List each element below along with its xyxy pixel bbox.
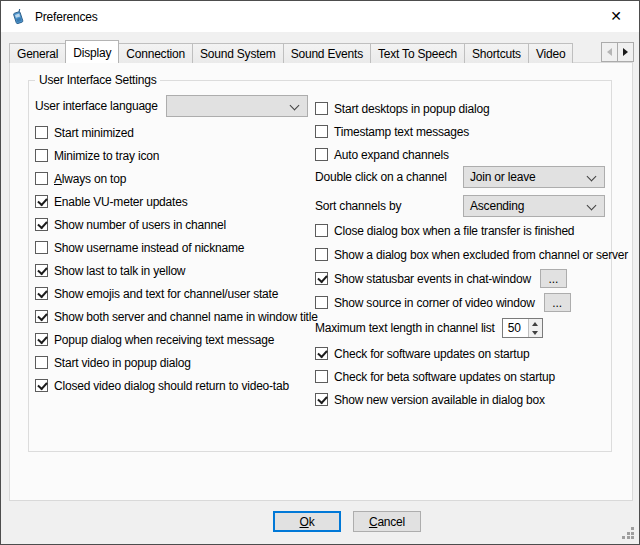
spin-down-button[interactable] xyxy=(529,328,542,337)
checkbox[interactable] xyxy=(35,195,48,208)
group-title: User Interface Settings xyxy=(35,73,160,87)
tab-connection[interactable]: Connection xyxy=(118,43,193,63)
tab-display[interactable]: Display xyxy=(65,40,119,63)
tab-text-to-speech[interactable]: Text To Speech xyxy=(370,43,465,63)
checkbox[interactable] xyxy=(35,379,48,392)
checkbox[interactable] xyxy=(315,148,328,161)
checkbox-row[interactable]: Show both server and channel name in win… xyxy=(35,310,318,323)
spin-up-button[interactable] xyxy=(529,319,542,328)
checkbox-label: Closed video dialog should return to vid… xyxy=(54,379,289,393)
cancel-button[interactable]: Cancel xyxy=(353,511,421,532)
tab-shortcuts[interactable]: Shortcuts xyxy=(464,43,529,63)
checkbox[interactable] xyxy=(315,347,328,360)
checkbox[interactable] xyxy=(35,310,48,323)
language-row: User interface language xyxy=(35,95,313,117)
checkbox-row[interactable]: Minimize to tray icon xyxy=(35,149,318,162)
checkbox[interactable] xyxy=(35,218,48,231)
checkbox[interactable] xyxy=(35,264,48,277)
close-button[interactable]: ✕ xyxy=(593,1,639,31)
checkbox[interactable] xyxy=(35,356,48,369)
checkbox-label: Minimize to tray icon xyxy=(54,149,159,163)
right-bottom-checkboxes: Check for software updates on startupChe… xyxy=(315,347,555,416)
max-text-length-row: Maximum text length in channel list 50 xyxy=(315,318,543,338)
checkbox-row[interactable]: Start video in popup dialog xyxy=(35,356,318,369)
checkbox[interactable] xyxy=(35,149,48,162)
checkbox-row[interactable]: Show a dialog box when excluded from cha… xyxy=(315,248,628,261)
checkbox-row[interactable]: Start desktops in popup dialog xyxy=(315,102,489,115)
language-label: User interface language xyxy=(35,99,158,113)
checkbox[interactable] xyxy=(315,370,328,383)
tab-general[interactable]: General xyxy=(9,43,66,63)
right-middle-checkboxes: Close dialog box when a file transfer is… xyxy=(315,224,628,320)
sort-channels-value: Ascending xyxy=(470,199,524,213)
checkbox-row[interactable]: Auto expand channels xyxy=(315,148,489,161)
max-text-length-label: Maximum text length in channel list xyxy=(315,321,495,335)
checkbox-row[interactable]: Closed video dialog should return to vid… xyxy=(35,379,318,392)
double-click-combobox[interactable]: Join or leave xyxy=(463,166,605,188)
sort-channels-label: Sort channels by xyxy=(315,199,401,213)
spin-buttons xyxy=(528,319,542,337)
ok-button[interactable]: Ok xyxy=(273,511,341,532)
app-icon xyxy=(10,9,26,25)
checkbox-label: Show number of users in channel xyxy=(54,218,226,232)
tab-sound-system[interactable]: Sound System xyxy=(192,43,284,63)
checkbox[interactable] xyxy=(35,241,48,254)
checkbox-label: Show a dialog box when excluded from cha… xyxy=(334,248,628,262)
checkbox[interactable] xyxy=(35,287,48,300)
ellipsis-button[interactable]: ... xyxy=(540,269,567,288)
window-title: Preferences xyxy=(35,10,98,24)
checkbox-row[interactable]: Check for beta software updates on start… xyxy=(315,370,555,383)
checkbox[interactable] xyxy=(315,224,328,237)
checkbox[interactable] xyxy=(315,296,328,309)
checkbox-label: Timestamp text messages xyxy=(334,125,469,139)
checkbox[interactable] xyxy=(35,333,48,346)
checkbox-label: Show statusbar events in chat-window xyxy=(334,272,531,286)
tab-sound-events[interactable]: Sound Events xyxy=(283,43,371,63)
checkbox[interactable] xyxy=(315,393,328,406)
tab-scroll-left-button[interactable] xyxy=(601,42,618,62)
display-tab-page: User Interface Settings User interface l… xyxy=(9,62,633,501)
ellipsis-button[interactable]: ... xyxy=(544,293,571,312)
checkbox-row[interactable]: Show last to talk in yellow xyxy=(35,264,318,277)
checkbox-row[interactable]: Enable VU-meter updates xyxy=(35,195,318,208)
checkbox-row[interactable]: Show source in corner of video window... xyxy=(315,296,628,309)
checkbox[interactable] xyxy=(315,272,328,285)
checkbox-row[interactable]: Start minimized xyxy=(35,126,318,139)
checkbox[interactable] xyxy=(315,248,328,261)
checkbox-label: Start minimized xyxy=(54,126,134,140)
left-arrow-icon xyxy=(607,48,612,56)
language-combobox[interactable] xyxy=(166,95,308,117)
tab-scroll-right-button[interactable] xyxy=(617,42,634,62)
checkbox-row[interactable]: Show new version available in dialog box xyxy=(315,393,555,406)
checkbox[interactable] xyxy=(35,172,48,185)
checkbox-label: Start video in popup dialog xyxy=(54,356,191,370)
checkbox-row[interactable]: Always on top xyxy=(35,172,318,185)
checkbox-label: Check for software updates on startup xyxy=(334,347,529,361)
checkbox[interactable] xyxy=(35,126,48,139)
checkbox-row[interactable]: Close dialog box when a file transfer is… xyxy=(315,224,628,237)
left-checkbox-column: Start minimizedMinimize to tray iconAlwa… xyxy=(35,126,318,402)
checkbox[interactable] xyxy=(315,125,328,138)
tab-video[interactable]: Video xyxy=(528,43,573,63)
checkbox-row[interactable]: Show statusbar events in chat-window... xyxy=(315,272,628,285)
checkbox-row[interactable]: Popup dialog when receiving text message xyxy=(35,333,318,346)
checkbox[interactable] xyxy=(315,102,328,115)
resize-grip[interactable] xyxy=(622,527,634,539)
checkbox-row[interactable]: Timestamp text messages xyxy=(315,125,489,138)
tab-scroll-buttons xyxy=(602,42,634,62)
preferences-dialog: Preferences ✕ GeneralDisplayConnectionSo… xyxy=(0,0,640,545)
checkbox-label: Check for beta software updates on start… xyxy=(334,370,555,384)
titlebar: Preferences ✕ xyxy=(1,1,639,32)
checkbox-row[interactable]: Show number of users in channel xyxy=(35,218,318,231)
down-arrow-icon xyxy=(532,331,538,335)
sort-channels-combobox[interactable]: Ascending xyxy=(463,195,605,217)
checkbox-row[interactable]: Check for software updates on startup xyxy=(315,347,555,360)
checkbox-label: Show username instead of nickname xyxy=(54,241,244,255)
checkbox-label: Close dialog box when a file transfer is… xyxy=(334,224,574,238)
chevron-down-icon xyxy=(587,201,597,211)
max-text-length-spinbox[interactable]: 50 xyxy=(502,318,543,338)
checkbox-row[interactable]: Show username instead of nickname xyxy=(35,241,318,254)
checkbox-row[interactable]: Show emojis and text for channel/user st… xyxy=(35,287,318,300)
checkbox-label: Show source in corner of video window xyxy=(334,296,535,310)
tab-bar: GeneralDisplayConnectionSound SystemSoun… xyxy=(9,40,603,63)
